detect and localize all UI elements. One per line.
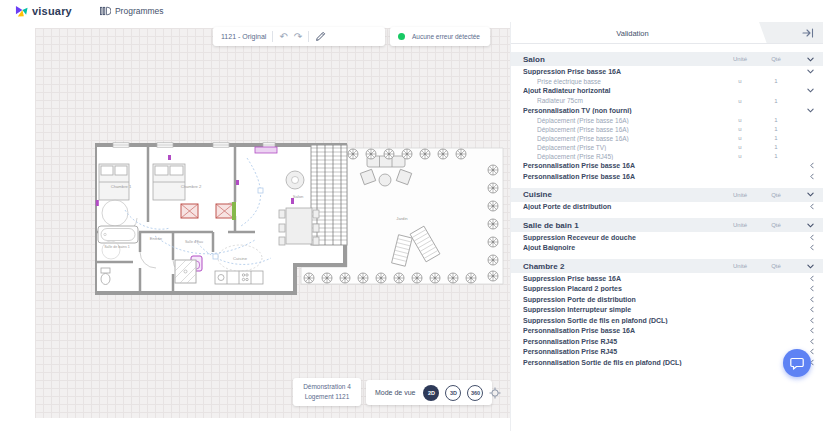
item-label: Ajout Baignoire [523, 244, 722, 251]
chevron-left-icon[interactable] [794, 296, 814, 303]
tab-validation[interactable]: Validation [511, 22, 754, 44]
chevron-left-icon[interactable] [794, 203, 814, 210]
validation-subitem-row[interactable]: Déplacement (Prise RJ45) u 1 [511, 152, 823, 161]
section-header[interactable]: Chambre 2 Unité Qté [511, 259, 823, 273]
validation-subitem-row[interactable]: Déplacement (Prise TV) u 1 [511, 143, 823, 152]
chevron-down-icon[interactable] [794, 108, 814, 113]
chevron-down-icon[interactable] [794, 57, 814, 62]
panel-tabbar: Validation [511, 22, 823, 44]
chevron-left-icon[interactable] [794, 275, 814, 282]
chevron-down-icon[interactable] [794, 223, 814, 228]
validation-subitem-row[interactable]: Radiateur 75cm u 1 [511, 96, 823, 105]
garden-coffee-table [379, 174, 391, 186]
validation-item-row[interactable]: Suppression Interrupteur simple [511, 305, 823, 316]
item-label: Déplacement (Prise basse 16A) [537, 117, 722, 124]
validation-item-row[interactable]: Personnalisation TV (non fourni) [511, 105, 823, 116]
chevron-down-icon[interactable] [794, 88, 814, 93]
section-title: Salon [523, 55, 722, 64]
validation-item-row[interactable]: Personnalisation Prise basse 16A [511, 326, 823, 337]
room-label-jardin: Jardin [396, 216, 408, 221]
chevron-left-icon[interactable] [794, 162, 814, 169]
tab-validation-label: Validation [616, 29, 648, 38]
redo-button[interactable]: ↷ [294, 32, 302, 42]
room-label-chambre1: Chambre 1 [111, 184, 132, 189]
salon-table-center [292, 177, 299, 184]
brand-name: visuary [32, 5, 72, 17]
item-unit: u [722, 153, 758, 159]
plan-canvas[interactable]: Chambre 1 Chambre 2 Salon Salle de bains… [0, 22, 510, 431]
validation-item-row[interactable]: Personnalisation Prise RJ45 [511, 336, 823, 347]
item-unit: u [722, 135, 758, 141]
view-360-button[interactable]: 360 [467, 385, 483, 401]
item-label: Déplacement (Prise basse 16A) [537, 135, 722, 142]
project-info-chip[interactable]: Démonstration 4 Logement 1121 [293, 378, 361, 406]
error-status-chip: Aucune erreur détectée [390, 27, 490, 46]
room-label-salon: Salon [293, 194, 304, 199]
validation-item-row[interactable]: Ajout Porte de distribution [511, 202, 823, 213]
view-2d-button[interactable]: 2D [423, 385, 439, 401]
validation-section: Salon Unité Qté Suppression Prise basse … [511, 52, 823, 182]
column-unit-label: Unité [722, 192, 758, 198]
item-label: Suppression Interrupteur simple [523, 306, 722, 313]
validation-item-row[interactable]: Suppression Placard 2 portes [511, 284, 823, 295]
item-label: Suppression Placard 2 portes [523, 285, 722, 292]
chevron-down-icon[interactable] [794, 69, 814, 74]
chevron-left-icon[interactable] [794, 317, 814, 324]
chevron-down-icon[interactable] [794, 264, 814, 269]
edit-pencil-button[interactable] [315, 31, 326, 42]
nav-programmes[interactable]: Programmes [100, 6, 164, 16]
validation-item-row[interactable]: Suppression Sortie de fils en plafond (D… [511, 315, 823, 326]
chevron-left-icon[interactable] [794, 173, 814, 180]
chevron-left-icon[interactable] [794, 327, 814, 334]
section-header[interactable]: Salon Unité Qté [511, 52, 823, 66]
validation-item-row[interactable]: Suppression Receveur de douche [511, 232, 823, 243]
validation-subitem-row[interactable]: Prise électrique basse u 1 [511, 77, 823, 86]
validation-item-row[interactable]: Suppression Prise basse 16A [511, 273, 823, 284]
validation-item-row[interactable]: Suppression Prise basse 16A [511, 66, 823, 77]
undo-button[interactable]: ↶ [279, 32, 287, 42]
item-qty: 1 [758, 153, 794, 159]
chat-button[interactable] [783, 349, 811, 377]
item-label: Personnalisation Sortie de fils en plafo… [523, 359, 722, 366]
collapse-right-icon [802, 28, 814, 38]
project-unit: Logement 1121 [305, 392, 350, 402]
item-label: Ajout Porte de distribution [523, 203, 722, 210]
section-title: Cuisine [523, 190, 722, 199]
plan-version-label[interactable]: 1121 - Original [221, 33, 266, 40]
validation-item-row[interactable]: Personnalisation Prise basse 16A [511, 161, 823, 172]
shower [175, 260, 196, 283]
validation-item-row[interactable]: Personnalisation Prise RJ45 [511, 347, 823, 358]
view-3d-button[interactable]: 3D [445, 385, 461, 401]
validation-panel: Validation Salon Unité Qté Suppression P… [510, 22, 823, 431]
column-unit-label: Unité [722, 56, 758, 62]
validation-item-row[interactable]: Ajout Radiateur horizontal [511, 86, 823, 97]
validation-subitem-row[interactable]: Déplacement (Prise basse 16A) u 1 [511, 116, 823, 125]
validation-item-row[interactable]: Ajout Baignoire [511, 243, 823, 254]
item-label: Radiateur 75cm [537, 97, 722, 104]
view-firstperson-button[interactable] [489, 386, 501, 400]
chevron-left-icon[interactable] [794, 306, 814, 313]
section-title: Chambre 2 [523, 262, 722, 271]
chevron-down-icon[interactable] [794, 192, 814, 197]
validation-section: Cuisine Unité Qté Ajout Porte de distrib… [511, 188, 823, 213]
chevron-left-icon[interactable] [794, 338, 814, 345]
item-qty: 1 [758, 135, 794, 141]
item-label: Suppression Prise basse 16A [523, 68, 722, 75]
room-label-sdb: Salle de bains 1 [104, 245, 130, 249]
chevron-left-icon[interactable] [794, 244, 814, 251]
validation-item-row[interactable]: Personnalisation Prise basse 16A [511, 171, 823, 182]
section-header[interactable]: Salle de bain 1 Unité Qté [511, 218, 823, 232]
chevron-left-icon[interactable] [794, 234, 814, 241]
validation-subitem-row[interactable]: Déplacement (Prise basse 16A) u 1 [511, 125, 823, 134]
chevron-left-icon[interactable] [794, 285, 814, 292]
section-header[interactable]: Cuisine Unité Qté [511, 188, 823, 202]
item-qty: 1 [758, 98, 794, 104]
validation-item-row[interactable]: Suppression Porte de distribution [511, 294, 823, 305]
brand[interactable]: visuary [15, 5, 72, 18]
floorplan-drawing[interactable]: Chambre 1 Chambre 2 Salon Salle de bains… [95, 140, 507, 308]
validation-item-row[interactable]: Personnalisation Sortie de fils en plafo… [511, 357, 823, 368]
bed-chambre2 [153, 164, 185, 200]
validation-subitem-row[interactable]: Déplacement (Prise basse 16A) u 1 [511, 134, 823, 143]
collapse-panel-button[interactable] [802, 28, 814, 38]
wc-toilet [101, 268, 110, 285]
